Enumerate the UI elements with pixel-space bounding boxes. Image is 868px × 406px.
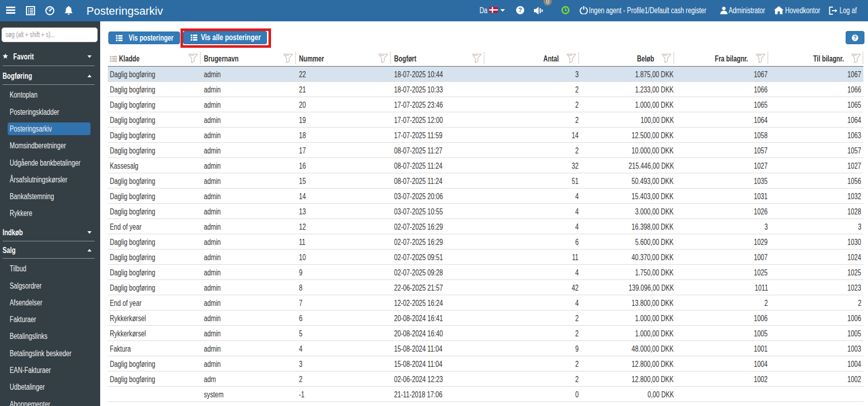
svg-text:?: ? <box>518 7 522 14</box>
svg-text:?: ? <box>853 35 856 41</box>
